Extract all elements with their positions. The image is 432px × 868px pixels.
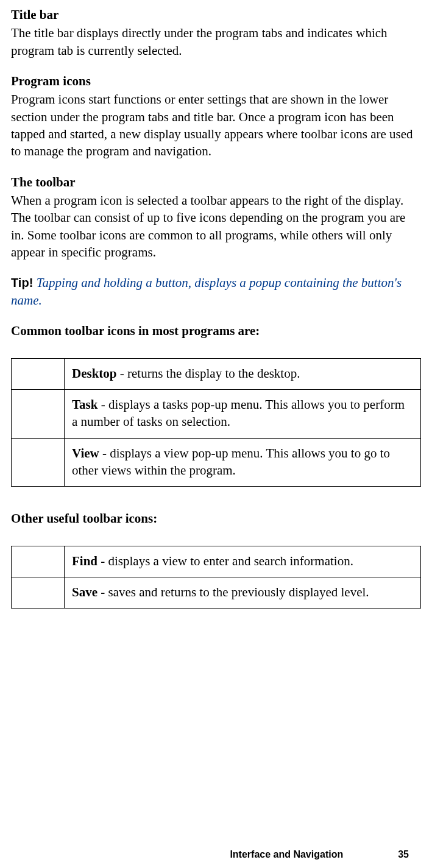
desc-cell: Find - displays a view to enter and sear… — [65, 546, 421, 577]
desc: - returns the display to the desktop. — [117, 366, 300, 381]
term: Save — [72, 585, 97, 599]
table-row: View - displays a view pop-up menu. This… — [12, 438, 421, 487]
para-title-bar: The title bar displays directly under th… — [11, 24, 421, 59]
table-row: Find - displays a view to enter and sear… — [12, 546, 421, 577]
desc: - displays a view pop-up menu. This allo… — [72, 446, 390, 478]
desc: - saves and returns to the previously di… — [97, 585, 369, 599]
table-common-icons: Desktop - returns the display to the des… — [11, 358, 421, 487]
tip-label: Tip! — [11, 276, 37, 289]
heading-program-icons: Program icons — [11, 72, 421, 90]
table-row: Save - saves and returns to the previous… — [12, 577, 421, 608]
icon-cell-view — [12, 438, 65, 487]
icon-cell-task — [12, 389, 65, 438]
heading-toolbar: The toolbar — [11, 174, 421, 191]
desc: - displays a view to enter and search in… — [97, 554, 353, 568]
table-row: Task - displays a tasks pop-up menu. Thi… — [12, 389, 421, 438]
term: Task — [72, 397, 97, 412]
table-row: Desktop - returns the display to the des… — [12, 358, 421, 389]
icon-cell-desktop — [12, 358, 65, 389]
term: View — [72, 446, 99, 460]
para-toolbar: When a program icon is selected a toolba… — [11, 192, 421, 261]
table-other-icons: Find - displays a view to enter and sear… — [11, 546, 421, 609]
desc-cell: Task - displays a tasks pop-up menu. Thi… — [65, 389, 421, 438]
icon-cell-save — [12, 577, 65, 608]
desc: - displays a tasks pop-up menu. This all… — [72, 397, 405, 429]
tip-text: Tapping and holding a button, displays a… — [11, 275, 402, 307]
para-program-icons: Program icons start functions or enter s… — [11, 91, 421, 160]
term: Find — [72, 554, 97, 568]
subheading-other-icons: Other useful toolbar icons: — [11, 510, 421, 527]
icon-cell-find — [12, 546, 65, 577]
desc-cell: Save - saves and returns to the previous… — [65, 577, 421, 608]
subheading-common-icons: Common toolbar icons in most programs ar… — [11, 322, 421, 339]
heading-title-bar: Title bar — [11, 6, 421, 23]
desc-cell: Desktop - returns the display to the des… — [65, 358, 421, 389]
desc-cell: View - displays a view pop-up menu. This… — [65, 438, 421, 487]
term: Desktop — [72, 366, 117, 381]
tip-block: Tip! Tapping and holding a button, displ… — [11, 274, 421, 309]
